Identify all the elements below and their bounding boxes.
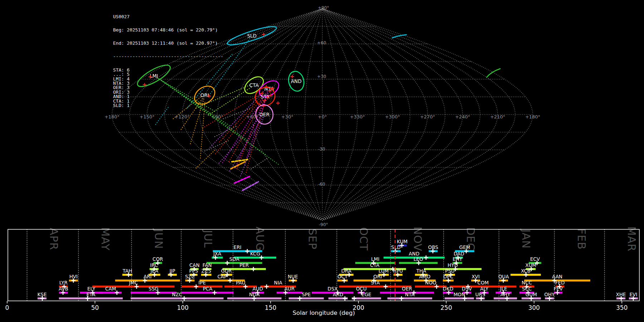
peak-marker-ERI — [245, 249, 249, 253]
month-label-NOV: NOV — [411, 226, 424, 251]
month-label-MAR: MAR — [625, 226, 638, 252]
peak-marker-SPE — [298, 296, 302, 301]
observation-header: US0027 Beg: 20251103 07:48:46 (sol = 220… — [113, 6, 223, 112]
shower-count-item: STA: 6 — [113, 68, 223, 72]
meteor-trail — [196, 150, 215, 168]
radiant-fit-marker — [276, 101, 280, 105]
activity-bar-label-ELY: ELY — [87, 286, 96, 292]
activity-bar-label-ARD: ARD — [333, 292, 343, 297]
month-label-APR: APR — [48, 228, 60, 250]
peak-marker-NIA — [264, 284, 269, 289]
activity-bar-label-TAH: TAH — [122, 268, 132, 274]
longitude-label: +90° — [211, 114, 223, 119]
activity-bar-label-DSX: DSX — [328, 286, 338, 292]
activity-bar-label-KCG: KCG — [250, 251, 260, 257]
activity-bar-label-CAM: CAM — [105, 286, 116, 292]
x-tick-label: 350 — [616, 304, 628, 311]
shower-activity-SLD: SLD — [391, 244, 401, 253]
shower-count-item: OER: 3 — [113, 86, 223, 90]
shower-count-list: STA: 6...: 5LMI: 4NTA: 3OER: 3ORI: 3AND:… — [113, 68, 223, 108]
peak-marker-PCA — [213, 291, 217, 295]
month-label-AUG: AUG — [254, 227, 266, 252]
x-tick-label: 150 — [265, 304, 276, 311]
activity-timeline-chart: APRMAYJUNJULAUGSEPOCTNOVDECJANFEBMARKUME… — [5, 226, 639, 311]
shower-count-item: AND: 1 — [113, 94, 223, 99]
activity-bar-label-DAD: DAD — [454, 251, 464, 257]
shower-count-item: NTA: 3 — [113, 81, 223, 86]
meteor-trail — [234, 176, 250, 183]
peak-marker-NTA — [399, 296, 404, 301]
activity-bar-label-AAN: AAN — [552, 274, 562, 279]
peak-marker-ARD — [343, 296, 347, 301]
shower-activity-AVB: AVB — [59, 286, 68, 295]
shower-activity-OCT: OCT — [337, 274, 348, 283]
longitude-label: +150° — [140, 114, 155, 119]
activity-bar-label-FEV: FEV — [553, 286, 563, 292]
shower-activity-TAH: TAH — [122, 268, 132, 277]
activity-bar-label-NTA: NTA — [405, 292, 415, 297]
longitude-label: +30° — [281, 114, 293, 119]
longitude-label: +180° — [104, 114, 119, 119]
month-label-FEB: FEB — [575, 228, 588, 250]
activity-bar-label-SDA: SDA — [229, 256, 240, 262]
latitude-label: -90° — [319, 222, 328, 227]
shower-activity-JXA: JXA — [212, 251, 223, 260]
activity-bar-label-AHY: AHY — [501, 292, 511, 297]
shower-activity-SZC: SZC — [185, 274, 195, 283]
longitude-label: +0° — [318, 114, 327, 119]
shower-activity-OBS: OBS — [428, 244, 438, 253]
activity-bar-label-DKD: DKD — [443, 286, 454, 292]
activity-bar-label-EHY: EHY — [453, 256, 463, 262]
shower-count-item: LMI: 4 — [113, 77, 223, 81]
month-label-JUL: JUL — [202, 229, 214, 248]
month-label-OCT: OCT — [357, 227, 370, 251]
activity-bar-label-LYR: LYR — [59, 280, 68, 286]
report-figure: +180°+150°+120°+90°+60°+30°+0°+330°+300°… — [0, 0, 644, 322]
latitude-label: -30 — [318, 147, 325, 152]
month-label-SEP: SEP — [306, 228, 319, 249]
x-tick-label: 50 — [91, 304, 99, 311]
month-label-MAY: MAY — [99, 227, 112, 250]
activity-bar-label-DRA: DRA — [341, 268, 352, 274]
activity-bar-label-LMI: LMI — [371, 256, 379, 262]
radiant-label-AND: AND — [291, 78, 302, 84]
activity-bar-label-SLD: SLD — [391, 244, 401, 250]
shower-activity-OHY: OHY — [544, 292, 555, 301]
meteor-observation-report: { "header": { "station": "US0027", "beg_… — [0, 0, 644, 322]
activity-bar-label-ORI: ORI — [374, 274, 382, 279]
longitude-label: +180° — [525, 114, 540, 119]
shower-activity-HVI: HVI — [69, 274, 78, 283]
shower-activity-ZCS: ZCS — [201, 268, 211, 277]
shower-activity-JIP: JIP — [168, 268, 177, 277]
activity-bar-label-JIP: JIP — [169, 268, 175, 274]
shower-activity-EGE: EGE — [352, 292, 381, 301]
month-label-JUN: JUN — [152, 228, 165, 249]
longitude-label: +210° — [490, 114, 505, 119]
activity-bar-label-COM: COM — [477, 280, 489, 286]
begin-time: Beg: 20251103 07:48:46 (sol = 220.79°) — [113, 28, 223, 32]
end-time: End: 20251103 12:11:40 (sol = 220.97°) — [113, 41, 223, 45]
header-separator: ---------------------------------------- — [113, 54, 223, 59]
activity-bar-label-PSU: PSU — [445, 268, 455, 274]
activity-bar-label-PAU: PAU — [236, 280, 245, 286]
peak-marker-PER — [251, 267, 255, 271]
activity-bar-label-PCA: PCA — [203, 286, 213, 292]
x-axis-title: Solar longitude (deg) — [293, 309, 355, 316]
activity-bar-label-NIA: NIA — [274, 280, 283, 286]
peak-marker-NZC — [182, 296, 186, 301]
peak-marker-CAP — [228, 278, 232, 283]
longitude-label: +300° — [385, 114, 400, 119]
activity-bar-label-IPE: IPE — [199, 280, 206, 286]
radiant-label-CTA: CTA — [249, 82, 259, 88]
peak-marker-AND — [424, 255, 428, 260]
month-label-JAN: JAN — [520, 229, 532, 249]
x-tick-label: 100 — [177, 304, 189, 311]
shower-activity-XCB: XCB — [511, 268, 541, 277]
activity-bar-label-STA: STA — [371, 280, 380, 286]
activity-bar-label-MON: MON — [454, 292, 465, 297]
activity-bar-label-AND: AND — [409, 251, 420, 257]
latitude-label: +90° — [318, 5, 329, 10]
activity-bar-label-OER: OER — [402, 286, 412, 292]
latitude-label: +60 — [317, 40, 326, 45]
activity-bar-label-NOO: NOO — [425, 280, 436, 286]
